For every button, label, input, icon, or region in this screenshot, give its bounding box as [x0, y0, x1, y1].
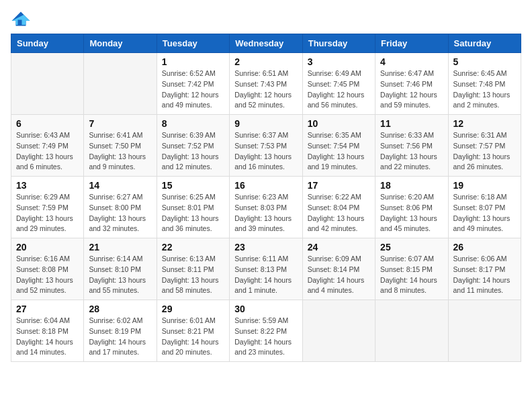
day-cell: 12Sunrise: 6:31 AMSunset: 7:57 PMDayligh…	[448, 115, 521, 177]
day-cell: 6Sunrise: 6:43 AMSunset: 7:49 PMDaylight…	[11, 115, 84, 177]
week-row-1: 1Sunrise: 6:52 AMSunset: 7:42 PMDaylight…	[11, 53, 521, 115]
day-info: Sunrise: 6:02 AMSunset: 8:19 PMDaylight:…	[89, 316, 151, 358]
day-cell: 25Sunrise: 6:07 AMSunset: 8:15 PMDayligh…	[375, 238, 448, 300]
day-number: 11	[380, 118, 443, 129]
day-info: Sunrise: 6:01 AMSunset: 8:21 PMDaylight:…	[162, 316, 224, 358]
header	[11, 11, 521, 27]
day-number: 18	[380, 180, 443, 191]
day-info: Sunrise: 6:13 AMSunset: 8:11 PMDaylight:…	[162, 254, 224, 296]
day-number: 26	[453, 242, 516, 253]
day-cell: 16Sunrise: 6:23 AMSunset: 8:03 PMDayligh…	[230, 177, 302, 238]
day-number: 24	[308, 242, 370, 253]
day-info: Sunrise: 6:16 AMSunset: 8:08 PMDaylight:…	[16, 254, 79, 296]
week-row-2: 6Sunrise: 6:43 AMSunset: 7:49 PMDaylight…	[11, 115, 521, 177]
day-number: 9	[234, 118, 297, 129]
day-cell: 11Sunrise: 6:33 AMSunset: 7:56 PMDayligh…	[375, 115, 448, 177]
day-info: Sunrise: 6:07 AMSunset: 8:15 PMDaylight:…	[380, 254, 443, 296]
day-number: 3	[308, 56, 370, 67]
day-number: 16	[234, 180, 297, 191]
day-cell: 1Sunrise: 6:52 AMSunset: 7:42 PMDaylight…	[157, 53, 229, 115]
day-info: Sunrise: 6:41 AMSunset: 7:50 PMDaylight:…	[89, 130, 151, 173]
day-cell	[448, 300, 521, 362]
calendar-body: 1Sunrise: 6:52 AMSunset: 7:42 PMDaylight…	[11, 53, 521, 362]
day-number: 10	[308, 118, 370, 129]
day-cell: 20Sunrise: 6:16 AMSunset: 8:08 PMDayligh…	[11, 238, 84, 300]
day-cell: 10Sunrise: 6:35 AMSunset: 7:54 PMDayligh…	[302, 115, 375, 177]
day-number: 1	[162, 56, 224, 67]
day-number: 27	[16, 304, 79, 314]
day-cell: 7Sunrise: 6:41 AMSunset: 7:50 PMDaylight…	[84, 115, 157, 177]
weekday-tuesday: Tuesday	[157, 34, 229, 53]
day-info: Sunrise: 6:35 AMSunset: 7:54 PMDaylight:…	[308, 130, 370, 173]
day-info: Sunrise: 6:06 AMSunset: 8:17 PMDaylight:…	[453, 254, 516, 296]
day-info: Sunrise: 6:43 AMSunset: 7:49 PMDaylight:…	[16, 130, 79, 173]
day-cell: 8Sunrise: 6:39 AMSunset: 7:52 PMDaylight…	[157, 115, 229, 177]
day-info: Sunrise: 6:49 AMSunset: 7:45 PMDaylight:…	[308, 68, 370, 111]
day-cell: 3Sunrise: 6:49 AMSunset: 7:45 PMDaylight…	[302, 53, 375, 115]
day-info: Sunrise: 6:22 AMSunset: 8:04 PMDaylight:…	[308, 192, 370, 234]
day-number: 19	[453, 180, 516, 191]
day-cell: 17Sunrise: 6:22 AMSunset: 8:04 PMDayligh…	[302, 177, 375, 238]
day-info: Sunrise: 6:39 AMSunset: 7:52 PMDaylight:…	[162, 130, 224, 173]
day-number: 5	[453, 56, 516, 67]
day-number: 25	[380, 242, 443, 253]
day-number: 7	[89, 118, 151, 129]
logo-icon	[11, 11, 31, 27]
day-cell: 21Sunrise: 6:14 AMSunset: 8:10 PMDayligh…	[84, 238, 157, 300]
day-cell	[302, 300, 375, 362]
day-info: Sunrise: 6:29 AMSunset: 7:59 PMDaylight:…	[16, 192, 79, 234]
day-cell: 28Sunrise: 6:02 AMSunset: 8:19 PMDayligh…	[84, 300, 157, 362]
day-number: 6	[16, 118, 79, 129]
day-cell	[84, 53, 157, 115]
day-cell: 2Sunrise: 6:51 AMSunset: 7:43 PMDaylight…	[230, 53, 302, 115]
day-cell: 13Sunrise: 6:29 AMSunset: 7:59 PMDayligh…	[11, 177, 84, 238]
day-info: Sunrise: 6:37 AMSunset: 7:53 PMDaylight:…	[234, 130, 297, 173]
day-cell: 24Sunrise: 6:09 AMSunset: 8:14 PMDayligh…	[302, 238, 375, 300]
weekday-header-row: SundayMondayTuesdayWednesdayThursdayFrid…	[11, 34, 521, 53]
day-info: Sunrise: 6:45 AMSunset: 7:48 PMDaylight:…	[453, 68, 516, 111]
weekday-wednesday: Wednesday	[230, 34, 302, 53]
day-cell: 29Sunrise: 6:01 AMSunset: 8:21 PMDayligh…	[157, 300, 229, 362]
day-cell: 19Sunrise: 6:18 AMSunset: 8:07 PMDayligh…	[448, 177, 521, 238]
weekday-thursday: Thursday	[302, 34, 375, 53]
day-info: Sunrise: 6:52 AMSunset: 7:42 PMDaylight:…	[162, 68, 224, 111]
day-number: 12	[453, 118, 516, 129]
day-info: Sunrise: 6:20 AMSunset: 8:06 PMDaylight:…	[380, 192, 443, 234]
day-info: Sunrise: 6:33 AMSunset: 7:56 PMDaylight:…	[380, 130, 443, 173]
day-number: 13	[16, 180, 79, 191]
day-cell	[375, 300, 448, 362]
day-info: Sunrise: 6:27 AMSunset: 8:00 PMDaylight:…	[89, 192, 151, 234]
day-number: 15	[162, 180, 224, 191]
day-number: 4	[380, 56, 443, 67]
day-cell	[11, 53, 84, 115]
day-number: 20	[16, 242, 79, 253]
day-number: 17	[308, 180, 370, 191]
day-info: Sunrise: 6:14 AMSunset: 8:10 PMDaylight:…	[89, 254, 151, 296]
calendar: SundayMondayTuesdayWednesdayThursdayFrid…	[11, 34, 521, 362]
day-info: Sunrise: 6:04 AMSunset: 8:18 PMDaylight:…	[16, 316, 79, 358]
day-info: Sunrise: 6:31 AMSunset: 7:57 PMDaylight:…	[453, 130, 516, 173]
day-info: Sunrise: 6:23 AMSunset: 8:03 PMDaylight:…	[234, 192, 297, 234]
weekday-friday: Friday	[375, 34, 448, 53]
day-cell: 5Sunrise: 6:45 AMSunset: 7:48 PMDaylight…	[448, 53, 521, 115]
day-info: Sunrise: 6:11 AMSunset: 8:13 PMDaylight:…	[234, 254, 297, 296]
day-cell: 23Sunrise: 6:11 AMSunset: 8:13 PMDayligh…	[230, 238, 302, 300]
day-number: 28	[89, 304, 151, 314]
day-cell: 15Sunrise: 6:25 AMSunset: 8:01 PMDayligh…	[157, 177, 229, 238]
day-info: Sunrise: 6:09 AMSunset: 8:14 PMDaylight:…	[308, 254, 370, 296]
week-row-3: 13Sunrise: 6:29 AMSunset: 7:59 PMDayligh…	[11, 177, 521, 238]
day-cell: 22Sunrise: 6:13 AMSunset: 8:11 PMDayligh…	[157, 238, 229, 300]
week-row-4: 20Sunrise: 6:16 AMSunset: 8:08 PMDayligh…	[11, 238, 521, 300]
day-info: Sunrise: 6:47 AMSunset: 7:46 PMDaylight:…	[380, 68, 443, 111]
day-cell: 26Sunrise: 6:06 AMSunset: 8:17 PMDayligh…	[448, 238, 521, 300]
logo	[11, 11, 34, 27]
day-cell: 18Sunrise: 6:20 AMSunset: 8:06 PMDayligh…	[375, 177, 448, 238]
day-cell: 14Sunrise: 6:27 AMSunset: 8:00 PMDayligh…	[84, 177, 157, 238]
day-info: Sunrise: 6:25 AMSunset: 8:01 PMDaylight:…	[162, 192, 224, 234]
day-info: Sunrise: 6:18 AMSunset: 8:07 PMDaylight:…	[453, 192, 516, 234]
day-cell: 4Sunrise: 6:47 AMSunset: 7:46 PMDaylight…	[375, 53, 448, 115]
day-cell: 27Sunrise: 6:04 AMSunset: 8:18 PMDayligh…	[11, 300, 84, 362]
weekday-sunday: Sunday	[11, 34, 84, 53]
day-cell: 9Sunrise: 6:37 AMSunset: 7:53 PMDaylight…	[230, 115, 302, 177]
day-number: 29	[162, 304, 224, 314]
